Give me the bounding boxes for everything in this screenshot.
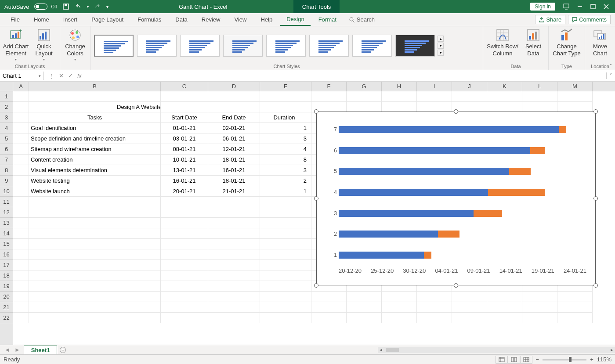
- cell[interactable]: [557, 91, 593, 102]
- scroll-left-icon[interactable]: ◄: [378, 348, 384, 352]
- cell[interactable]: [208, 281, 260, 292]
- row-header[interactable]: 11: [0, 197, 13, 207]
- column-header[interactable]: D: [208, 82, 260, 91]
- cell[interactable]: [382, 102, 417, 112]
- accept-formula-icon[interactable]: ✓: [68, 72, 73, 79]
- cell[interactable]: End Date: [208, 112, 260, 123]
- cell[interactable]: 01-01-21: [161, 123, 208, 133]
- cell[interactable]: [161, 260, 208, 270]
- resize-handle[interactable]: [454, 283, 458, 288]
- cell[interactable]: [417, 313, 452, 323]
- cell[interactable]: [161, 313, 208, 323]
- cell[interactable]: [557, 292, 593, 302]
- cell[interactable]: [208, 260, 260, 270]
- cancel-formula-icon[interactable]: ✕: [59, 72, 64, 79]
- cell[interactable]: [161, 228, 208, 239]
- cell[interactable]: [161, 281, 208, 292]
- zoom-in-icon[interactable]: +: [590, 356, 593, 363]
- formula-bar-expand-icon[interactable]: ˅: [606, 72, 615, 79]
- cell[interactable]: 12-01-21: [208, 144, 260, 155]
- cell[interactable]: [208, 228, 260, 239]
- row-header[interactable]: 3: [0, 112, 13, 123]
- cell[interactable]: [382, 292, 417, 302]
- cell[interactable]: [13, 91, 29, 102]
- cell[interactable]: 8: [260, 155, 311, 165]
- column-header[interactable]: H: [382, 82, 417, 91]
- cell[interactable]: [13, 176, 29, 186]
- cell[interactable]: [557, 313, 593, 323]
- chart-style-8[interactable]: [395, 35, 435, 57]
- ribbon-display-options-icon[interactable]: [563, 4, 569, 10]
- cell[interactable]: Visual elements determination: [29, 165, 161, 176]
- view-normal-icon[interactable]: [496, 356, 508, 364]
- chart-bar[interactable]: [339, 210, 502, 217]
- cell[interactable]: 16-01-21: [208, 165, 260, 176]
- cell[interactable]: 1: [260, 186, 311, 197]
- cell[interactable]: 02-01-21: [208, 123, 260, 133]
- row-header[interactable]: 22: [0, 313, 13, 323]
- cell[interactable]: [13, 165, 29, 176]
- save-icon[interactable]: [61, 2, 71, 11]
- cell[interactable]: [417, 102, 452, 112]
- cell[interactable]: [311, 292, 347, 302]
- cell[interactable]: Design A Website: [29, 102, 161, 112]
- cell[interactable]: Tasks: [29, 112, 161, 123]
- cell[interactable]: Scope definition and timeline creation: [29, 133, 161, 144]
- cell[interactable]: [417, 292, 452, 302]
- zoom-out-icon[interactable]: −: [536, 356, 539, 363]
- cell[interactable]: [161, 91, 208, 102]
- cell[interactable]: 3: [260, 165, 311, 176]
- row-header[interactable]: 1: [0, 91, 13, 102]
- row-header[interactable]: 15: [0, 239, 13, 249]
- cell[interactable]: [487, 313, 522, 323]
- cell[interactable]: 18-01-21: [208, 155, 260, 165]
- cell[interactable]: [13, 102, 29, 112]
- undo-dropdown-icon[interactable]: ▾: [85, 4, 90, 10]
- resize-handle[interactable]: [314, 109, 318, 114]
- chart-style-1[interactable]: [94, 35, 134, 57]
- column-header[interactable]: F: [311, 82, 347, 91]
- column-header[interactable]: L: [522, 82, 557, 91]
- qat-customize-icon[interactable]: ▾: [105, 4, 110, 10]
- scroll-right-icon[interactable]: ►: [609, 348, 615, 352]
- cell[interactable]: [29, 239, 161, 249]
- add-sheet-button[interactable]: +: [60, 347, 66, 353]
- cell[interactable]: [452, 313, 487, 323]
- row-header[interactable]: 18: [0, 270, 13, 281]
- resize-handle[interactable]: [314, 283, 318, 288]
- cell[interactable]: [452, 292, 487, 302]
- cell[interactable]: [161, 218, 208, 228]
- sheet-nav-prev-icon[interactable]: ◄: [4, 346, 11, 353]
- cell[interactable]: [417, 302, 452, 313]
- cell[interactable]: [260, 313, 311, 323]
- tab-help[interactable]: Help: [254, 13, 279, 26]
- cell[interactable]: [29, 302, 161, 313]
- cell[interactable]: [13, 281, 29, 292]
- tab-design[interactable]: Design: [280, 13, 310, 26]
- share-button[interactable]: Share: [535, 15, 565, 24]
- cell[interactable]: Goal identification: [29, 123, 161, 133]
- cell[interactable]: [13, 302, 29, 313]
- cell[interactable]: [347, 91, 382, 102]
- row-header[interactable]: 21: [0, 302, 13, 313]
- cell[interactable]: Sitemap and wireframe creation: [29, 144, 161, 155]
- cell[interactable]: [522, 313, 557, 323]
- chart-bar[interactable]: [339, 231, 459, 238]
- tab-data[interactable]: Data: [169, 13, 193, 26]
- cell[interactable]: [347, 302, 382, 313]
- column-header[interactable]: M: [557, 82, 593, 91]
- cell[interactable]: [382, 91, 417, 102]
- row-header[interactable]: 19: [0, 281, 13, 292]
- resize-handle[interactable]: [314, 196, 318, 201]
- cell[interactable]: [13, 112, 29, 123]
- cell[interactable]: [161, 249, 208, 260]
- cell[interactable]: [260, 281, 311, 292]
- cell[interactable]: [29, 260, 161, 270]
- zoom-slider[interactable]: [543, 359, 586, 360]
- cell[interactable]: [161, 292, 208, 302]
- tab-home[interactable]: Home: [28, 13, 55, 26]
- cell[interactable]: [13, 186, 29, 197]
- cell[interactable]: [260, 228, 311, 239]
- cell[interactable]: Website testing: [29, 176, 161, 186]
- cell[interactable]: [311, 302, 347, 313]
